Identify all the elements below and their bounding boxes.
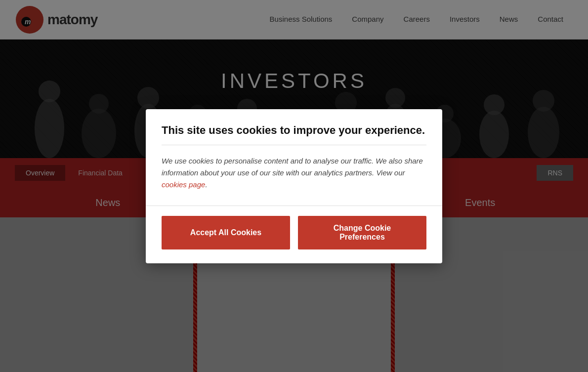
change-cookie-preferences-button[interactable]: Change Cookie Preferences	[298, 216, 426, 249]
cookie-modal-body: This site uses cookies to improve your e…	[146, 109, 442, 206]
cookie-modal-text: We use cookies to personalise content an…	[162, 155, 426, 191]
cookie-modal-title: This site uses cookies to improve your e…	[162, 124, 426, 145]
cookie-modal-overlay: This site uses cookies to improve your e…	[0, 0, 588, 372]
cookies-page-link[interactable]: cookies page	[162, 180, 205, 189]
cookie-modal-footer: Accept All Cookies Change Cookie Prefere…	[146, 206, 442, 263]
cookie-body-text: We use cookies to personalise content an…	[162, 157, 423, 177]
cookie-body-suffix: .	[205, 180, 207, 189]
cookie-consent-modal: This site uses cookies to improve your e…	[146, 109, 442, 263]
accept-all-cookies-button[interactable]: Accept All Cookies	[162, 216, 290, 249]
